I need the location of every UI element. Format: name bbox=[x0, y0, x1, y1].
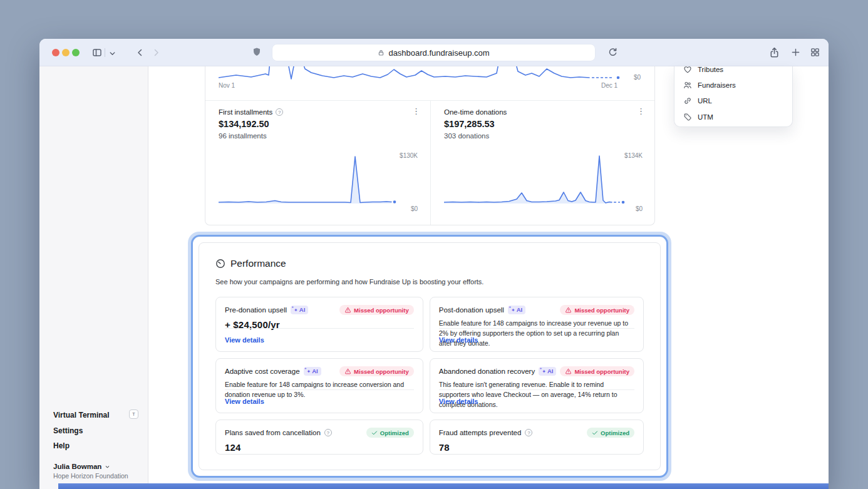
toolbar-divider bbox=[105, 48, 105, 57]
warning-icon bbox=[344, 368, 351, 374]
card-footer: View details bbox=[439, 328, 634, 351]
ai-badge: +✦AI bbox=[304, 367, 321, 376]
menu-item-utm[interactable]: UTM bbox=[674, 110, 792, 125]
check-icon bbox=[592, 430, 598, 436]
card-footer: View details bbox=[225, 328, 414, 351]
card-title: Abandoned donation recovery bbox=[439, 368, 535, 375]
sources-dropdown-panel: Tributes Fundraisers URL UTM bbox=[674, 66, 793, 127]
view-details-link[interactable]: View details bbox=[439, 398, 478, 405]
new-tab-icon[interactable] bbox=[791, 48, 801, 58]
close-window-button[interactable] bbox=[52, 49, 59, 56]
sidebar-item-settings[interactable]: Settings bbox=[53, 426, 83, 435]
sidebar-item-label: Virtual Terminal bbox=[53, 411, 110, 420]
highlight-ring-inner: Performance See how your campaigns are p… bbox=[191, 235, 668, 478]
stat-value: $197,285.53 bbox=[444, 119, 495, 129]
user-menu[interactable]: Julia Bowman bbox=[53, 463, 110, 470]
card-post-donation-upsell: Post-donation upsell +✦AI Missed opportu… bbox=[430, 297, 644, 352]
forward-button[interactable] bbox=[151, 48, 161, 58]
card-abandoned-donation-recovery: Abandoned donation recovery +✦AI Missed … bbox=[430, 358, 644, 413]
performance-header: Performance bbox=[215, 258, 286, 269]
help-icon[interactable]: ? bbox=[276, 108, 283, 116]
menu-item-label: UTM bbox=[698, 113, 713, 121]
card-footer: View details bbox=[439, 389, 634, 413]
section-title: Performance bbox=[230, 258, 286, 269]
sidebar-toggle-icon[interactable] bbox=[92, 48, 102, 58]
privacy-shield-icon[interactable] bbox=[252, 47, 262, 57]
card-title: Pre-donation upsell bbox=[225, 306, 287, 314]
one-time-donations-sparkline bbox=[444, 150, 626, 208]
menu-item-label: Fundraisers bbox=[698, 81, 736, 89]
heart-icon bbox=[683, 65, 692, 74]
tag-icon bbox=[683, 113, 692, 121]
help-icon[interactable]: ? bbox=[324, 429, 332, 436]
card-title: Adaptive cost coverage bbox=[225, 368, 300, 375]
card-footer: View details bbox=[225, 389, 414, 413]
card-title: Post-donation upsell bbox=[439, 306, 504, 314]
missed-opportunity-badge: Missed opportunity bbox=[560, 305, 634, 315]
card-title-row: Post-donation upsell +✦AI Missed opportu… bbox=[439, 305, 634, 315]
y-max-label: $130K bbox=[400, 152, 418, 159]
help-icon[interactable]: ? bbox=[525, 429, 532, 436]
reload-icon[interactable] bbox=[607, 47, 617, 57]
card-title: Plans saved from cancellation bbox=[225, 429, 321, 436]
share-icon[interactable] bbox=[769, 47, 779, 57]
missed-opportunity-badge: Missed opportunity bbox=[560, 366, 634, 376]
performance-cards-grid: Pre-donation upsell +✦AI Missed opportun… bbox=[215, 297, 644, 455]
x-axis-end-label: Dec 1 bbox=[601, 82, 617, 89]
organization-name: Hope Horizon Foundation bbox=[53, 472, 128, 480]
sidebar-item-label: Settings bbox=[53, 426, 83, 435]
card-title-row: Pre-donation upsell +✦AI Missed opportun… bbox=[225, 305, 414, 315]
ai-badge: +✦AI bbox=[508, 306, 525, 315]
view-details-link[interactable]: View details bbox=[439, 336, 478, 344]
menu-item-tributes[interactable]: Tributes bbox=[674, 62, 792, 77]
url-text: dashboard.fundraiseup.com bbox=[388, 48, 489, 58]
missed-opportunity-badge: Missed opportunity bbox=[339, 366, 414, 376]
sidebar-item-help[interactable]: Help bbox=[53, 441, 70, 450]
stat-title-text: First installments bbox=[219, 108, 272, 116]
page-content: Virtual Terminal T Settings Help Julia B… bbox=[39, 66, 829, 489]
fullscreen-window-button[interactable] bbox=[72, 49, 80, 56]
minimize-window-button[interactable] bbox=[62, 49, 70, 56]
card-title-row: Adaptive cost coverage +✦AI Missed oppor… bbox=[225, 366, 414, 376]
card-value: 78 bbox=[439, 442, 634, 453]
ai-badge: +✦AI bbox=[539, 367, 556, 376]
link-icon bbox=[683, 96, 692, 105]
back-button[interactable] bbox=[135, 48, 145, 58]
address-bar[interactable]: dashboard.fundraiseup.com bbox=[272, 44, 595, 61]
chevron-down-icon[interactable] bbox=[108, 49, 118, 59]
stat-title-text: One-time donations bbox=[444, 108, 507, 116]
more-options-icon[interactable]: ⋮ bbox=[412, 106, 420, 116]
shortcut-key-badge: T bbox=[129, 409, 138, 419]
performance-panel: Performance See how your campaigns are p… bbox=[199, 242, 661, 470]
desktop-background: dashboard.fundraiseup.com Virtual Termin… bbox=[0, 0, 868, 489]
menu-item-label: URL bbox=[698, 97, 712, 105]
stat-subtitle: 96 installments bbox=[219, 132, 267, 140]
menu-item-url[interactable]: URL bbox=[674, 93, 792, 108]
stat-title: First installments ? bbox=[219, 108, 283, 116]
lock-icon bbox=[378, 49, 385, 56]
menu-item-fundraisers[interactable]: Fundraisers bbox=[674, 78, 792, 93]
card-fraud-attempts-prevented: Fraud attempts prevented ? Optimized 78 bbox=[430, 420, 644, 455]
people-icon bbox=[683, 81, 692, 90]
card-title-row: Abandoned donation recovery +✦AI Missed … bbox=[439, 366, 634, 376]
ai-badge: +✦AI bbox=[291, 306, 308, 315]
section-subtitle: See how your campaigns are performing an… bbox=[215, 278, 483, 286]
card-plans-saved-from-cancellation: Plans saved from cancellation ? Optimize… bbox=[215, 420, 423, 455]
card-title-row: Plans saved from cancellation ? Optimize… bbox=[225, 428, 414, 438]
more-options-icon[interactable]: ⋮ bbox=[637, 106, 645, 116]
card-value: 124 bbox=[225, 442, 414, 453]
revenue-overview-card: Nov 1 Dec 1 $0 First installments ? ⋮ $1… bbox=[205, 66, 655, 225]
first-installments-stat: First installments ? ⋮ $134,192.50 96 in… bbox=[205, 100, 430, 225]
chevron-down-icon bbox=[105, 464, 110, 470]
gauge-icon bbox=[215, 259, 225, 269]
y-min-label: $0 bbox=[636, 205, 643, 212]
y-min-label: $0 bbox=[411, 205, 418, 212]
view-details-link[interactable]: View details bbox=[225, 398, 264, 405]
optimized-badge: Optimized bbox=[587, 428, 634, 438]
sidebar-item-virtual-terminal[interactable]: Virtual Terminal T bbox=[53, 411, 110, 420]
tab-overview-icon[interactable] bbox=[810, 48, 820, 58]
browser-window: dashboard.fundraiseup.com Virtual Termin… bbox=[39, 39, 829, 489]
stat-subtitle: 303 donations bbox=[444, 132, 489, 140]
sidebar-item-label: Help bbox=[53, 441, 70, 450]
view-details-link[interactable]: View details bbox=[225, 336, 264, 344]
